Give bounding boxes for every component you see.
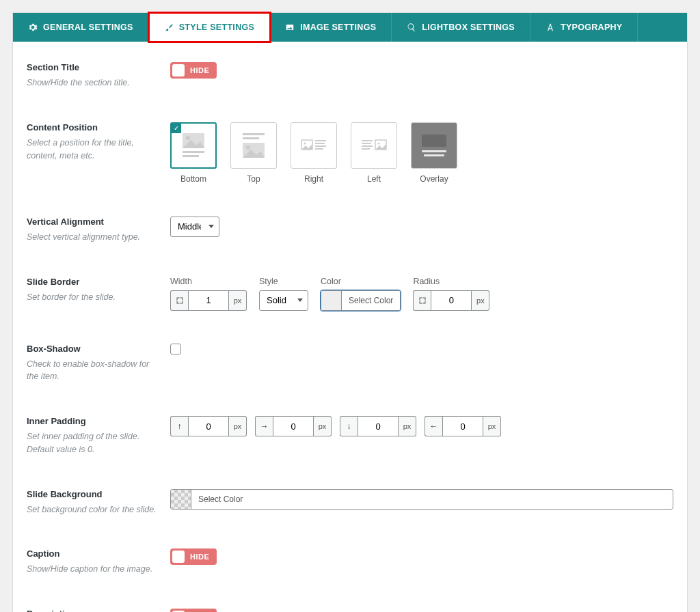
settings-panel: GENERAL SETTINGS STYLE SETTINGS IMAGE SE… — [12, 12, 688, 612]
field-title: Box-Shadow — [27, 344, 157, 354]
field-title: Slide Background — [27, 489, 157, 499]
link-icon[interactable] — [170, 290, 188, 311]
brush-icon — [164, 23, 174, 32]
subfield-label: Color — [321, 277, 401, 286]
position-left[interactable] — [351, 122, 397, 169]
padding-bottom-input[interactable] — [358, 416, 399, 436]
border-color-button[interactable]: Select Color — [321, 290, 401, 311]
padding-top-input[interactable] — [188, 416, 229, 436]
link-icon[interactable] — [413, 290, 431, 311]
position-overlay[interactable] — [411, 122, 457, 169]
position-top[interactable] — [230, 122, 277, 169]
row-content-position: Content Position Select a position for t… — [13, 115, 687, 191]
field-title: Vertical Alignment — [27, 217, 157, 227]
position-label: Right — [291, 174, 337, 184]
toggle-knob — [172, 551, 185, 563]
tab-typography[interactable]: TYPOGRAPHY — [530, 13, 638, 42]
font-icon — [546, 23, 555, 32]
toggle-knob — [172, 64, 185, 76]
svg-rect-14 — [315, 143, 325, 144]
unit-label: px — [229, 290, 247, 311]
field-desc: Show/Hide caption for the image. — [27, 563, 157, 576]
tab-label: GENERAL SETTINGS — [43, 23, 133, 32]
row-section-title: Section Title Show/Hide the section titl… — [13, 55, 687, 96]
position-label: Left — [351, 174, 397, 184]
gear-icon — [28, 23, 38, 32]
svg-point-8 — [246, 145, 250, 150]
vertical-align-select[interactable]: Middle — [170, 217, 219, 237]
svg-marker-23 — [375, 144, 386, 150]
field-desc: Set border for the slide. — [27, 291, 157, 304]
svg-rect-19 — [362, 145, 373, 147]
row-vertical-alignment: Vertical Alignment Select vertical align… — [13, 210, 687, 251]
image-icon — [285, 23, 295, 32]
svg-point-11 — [304, 142, 306, 144]
padding-left-input[interactable] — [442, 416, 483, 436]
row-slide-background: Slide Background Set background color fo… — [13, 482, 687, 523]
tab-label: IMAGE SETTINGS — [300, 23, 376, 32]
section-title-toggle[interactable]: HIDE — [170, 62, 217, 79]
arrow-down-icon: ↓ — [340, 416, 358, 436]
description-toggle[interactable]: HIDE — [170, 609, 217, 612]
row-slide-border: Slide Border Set border for the slide. W… — [13, 270, 687, 318]
row-box-shadow: Box-Shadow Check to enable box-shadow fo… — [13, 337, 687, 391]
tab-style-settings[interactable]: STYLE SETTINGS — [149, 13, 270, 42]
field-title: Inner Padding — [27, 416, 157, 426]
slide-bg-color-button[interactable]: Select Color — [170, 489, 673, 510]
svg-point-22 — [378, 142, 380, 144]
field-title: Section Title — [27, 62, 157, 72]
unit-label: px — [314, 416, 332, 436]
position-label: Overlay — [411, 174, 457, 184]
position-right[interactable] — [291, 122, 337, 169]
svg-rect-4 — [183, 155, 199, 157]
tab-label: LIGHTBOX SETTINGS — [422, 23, 515, 32]
unit-label: px — [229, 416, 247, 436]
subfield-label: Radius — [413, 277, 489, 286]
tab-lightbox-settings[interactable]: LIGHTBOX SETTINGS — [392, 13, 530, 42]
color-swatch — [321, 291, 342, 310]
svg-rect-5 — [243, 133, 265, 135]
tab-general-settings[interactable]: GENERAL SETTINGS — [13, 13, 149, 42]
box-shadow-checkbox[interactable] — [170, 344, 181, 354]
field-desc: Show/Hide the section title. — [27, 76, 157, 89]
position-bottom[interactable]: ✓ — [170, 122, 217, 169]
toggle-label: HIDE — [189, 553, 215, 561]
field-desc: Check to enable box-shadow for the item. — [27, 358, 157, 384]
arrow-left-icon: ← — [425, 416, 442, 436]
check-icon: ✓ — [172, 124, 181, 133]
tab-label: TYPOGRAPHY — [561, 23, 623, 32]
border-width-input[interactable] — [188, 290, 229, 311]
svg-rect-6 — [243, 137, 259, 139]
arrow-up-icon: ↑ — [170, 416, 188, 436]
svg-point-1 — [186, 136, 190, 140]
svg-rect-3 — [183, 151, 204, 153]
unit-label: px — [399, 416, 416, 436]
arrow-right-icon: → — [255, 416, 273, 436]
border-radius-input[interactable] — [431, 290, 472, 311]
row-description: Description Show/Hide description for im… — [13, 602, 687, 612]
unit-label: px — [472, 290, 489, 311]
color-button-label: Select Color — [191, 490, 250, 509]
field-desc: Select a position for the title, content… — [27, 137, 157, 163]
field-title: Description — [27, 609, 157, 612]
position-label: Top — [230, 174, 277, 184]
field-title: Content Position — [27, 122, 157, 133]
tab-label: STYLE SETTINGS — [179, 23, 254, 32]
svg-rect-16 — [315, 148, 323, 150]
svg-rect-13 — [315, 140, 326, 141]
field-title: Slide Border — [27, 277, 157, 287]
position-label: Bottom — [170, 174, 217, 184]
svg-rect-17 — [362, 140, 373, 141]
row-inner-padding: Inner Padding Set inner padding of the s… — [13, 409, 687, 463]
padding-right-input[interactable] — [273, 416, 314, 436]
tab-image-settings[interactable]: IMAGE SETTINGS — [270, 13, 392, 42]
tab-bar: GENERAL SETTINGS STYLE SETTINGS IMAGE SE… — [13, 13, 687, 42]
subfield-label: Style — [259, 277, 308, 286]
field-desc: Set inner padding of the slide. Default … — [27, 430, 157, 456]
caption-toggle[interactable]: HIDE — [170, 548, 217, 565]
row-caption: Caption Show/Hide caption for the image.… — [13, 542, 687, 583]
border-style-select[interactable]: Solid — [259, 290, 308, 311]
search-icon — [407, 23, 416, 32]
svg-rect-15 — [315, 145, 326, 147]
toggle-label: HIDE — [189, 66, 215, 74]
